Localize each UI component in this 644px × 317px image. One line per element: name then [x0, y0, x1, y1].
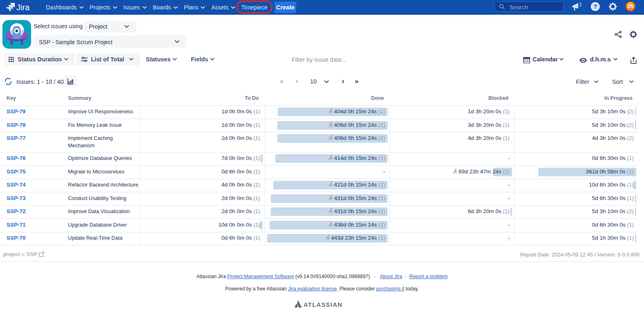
svg-text:ATLASSIAN: ATLASSIAN: [304, 301, 342, 308]
